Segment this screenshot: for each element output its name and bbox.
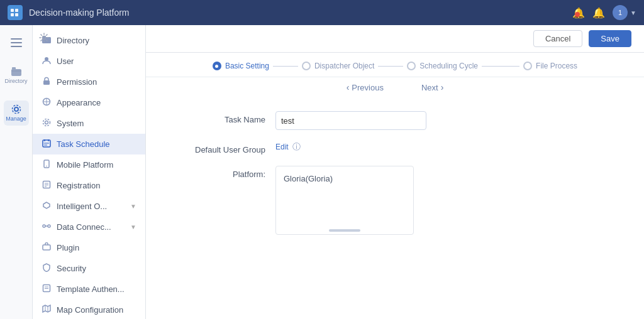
svg-point-17 <box>43 119 50 126</box>
step-label-file-process: File Process <box>536 62 577 70</box>
task-schedule-nav-icon <box>42 139 52 149</box>
sidebar-item-data-connec[interactable]: Data Connec... ▼ <box>33 217 145 237</box>
step-label-scheduling-cycle: Scheduling Cycle <box>419 62 478 70</box>
sidebar-item-system[interactable]: System <box>33 113 145 134</box>
svg-point-29 <box>43 225 45 227</box>
topbar-icons: 🔔 🔔 1 ▼ <box>572 5 636 20</box>
data-connec-nav-icon <box>42 222 52 232</box>
wizard-step-file-process[interactable]: File Process <box>523 62 577 70</box>
wizard-step-basic-setting[interactable]: Basic Setting <box>213 62 269 70</box>
mobile-platform-nav-icon <box>42 160 52 170</box>
next-button[interactable]: Next › <box>421 82 443 92</box>
platform-row: Platform: Gloria(Gloria) <box>165 166 625 235</box>
svg-rect-0 <box>11 9 14 12</box>
directory-label: Directory <box>4 78 27 84</box>
edit-link[interactable]: Edit <box>275 143 289 151</box>
sidebar-item-label-plugin: Plugin <box>57 243 79 252</box>
default-user-group-actions: Edit ⓘ <box>275 141 625 153</box>
bell-icon[interactable]: 🔔 <box>592 7 605 19</box>
sidebar-item-label-directory: Directory <box>57 36 89 45</box>
svg-point-10 <box>12 105 20 114</box>
svg-rect-2 <box>11 13 14 16</box>
user-dropdown-arrow: ▼ <box>630 9 636 16</box>
wizard-step-dispatcher-object[interactable]: Dispatcher Object <box>302 62 374 70</box>
wizard-steps: Basic Setting Dispatcher Object Scheduli… <box>146 53 644 77</box>
sidebar-item-label-user: User <box>57 57 74 66</box>
step-connector-1 <box>273 66 298 67</box>
task-name-input[interactable] <box>275 111 426 130</box>
step-dot-scheduling-cycle <box>407 62 416 70</box>
save-button[interactable]: Save <box>589 30 631 47</box>
action-bar: Cancel Save <box>146 25 644 53</box>
sidebar-item-security[interactable]: Security <box>33 258 145 279</box>
sidebar-item-label-data-connec: Data Connec... <box>57 222 111 232</box>
step-label-dispatcher-object: Dispatcher Object <box>314 62 374 70</box>
app-logo <box>8 5 23 20</box>
svg-point-24 <box>46 166 47 167</box>
platform-box: Gloria(Gloria) <box>275 166 414 235</box>
user-menu[interactable]: 1 ▼ <box>613 5 636 20</box>
sidebar-item-map-configuration[interactable]: Map Configuration <box>33 300 145 319</box>
manage-label: Manage <box>6 116 26 122</box>
sidebar-item-label-intelligent-o: Intelligent O... <box>57 202 107 211</box>
svg-rect-7 <box>11 69 21 76</box>
next-arrow-icon: › <box>441 82 444 92</box>
map-configuration-nav-icon <box>42 305 52 315</box>
sidebar-item-label-mobile-platform: Mobile Platform <box>57 160 113 170</box>
intelligent-o-expand-icon: ▼ <box>130 203 136 210</box>
step-connector-3 <box>482 66 519 67</box>
sidebar-item-label-template-authen: Template Authen... <box>57 284 125 294</box>
sidebar-icon-directory[interactable]: Directory <box>4 63 29 88</box>
settings-icon[interactable] <box>36 30 52 48</box>
default-user-group-control: Edit ⓘ <box>275 141 625 153</box>
topbar: Decision-making Platform 🔔 🔔 1 ▼ <box>0 0 644 25</box>
sidebar-item-registration[interactable]: Registration <box>33 175 145 196</box>
sidebar-item-label-task-schedule: Task Schedule <box>57 139 110 149</box>
user-nav-icon <box>42 56 52 67</box>
sidebar-item-appearance[interactable]: Appearance <box>33 92 145 113</box>
previous-button[interactable]: ‹ Previous <box>347 82 384 92</box>
svg-rect-8 <box>12 67 16 70</box>
sidebar-item-intelligent-o[interactable]: Intelligent O... ▼ <box>33 196 145 217</box>
task-name-label: Task Name <box>165 111 265 124</box>
sidebar-icon-menu[interactable] <box>4 30 29 55</box>
svg-rect-14 <box>43 80 50 85</box>
sidebar-item-label-registration: Registration <box>57 181 100 190</box>
svg-rect-32 <box>43 245 50 250</box>
sidebar-item-label-map-configuration: Map Configuration <box>57 305 123 315</box>
sidebar-item-label-permission: Permission <box>57 77 97 87</box>
sidebar-item-label-appearance: Appearance <box>57 98 101 107</box>
nav-sidebar: Directory User Permission <box>33 25 146 319</box>
svg-point-16 <box>45 121 48 124</box>
registration-nav-icon <box>42 180 52 191</box>
data-connec-expand-icon: ▼ <box>130 224 136 230</box>
task-name-field <box>275 111 625 130</box>
icon-sidebar: Directory Manage <box>0 25 33 319</box>
sidebar-item-mobile-platform[interactable]: Mobile Platform <box>33 154 145 175</box>
wizard-step-scheduling-cycle[interactable]: Scheduling Cycle <box>407 62 478 70</box>
previous-label: Previous <box>352 83 384 92</box>
avatar: 1 <box>613 5 628 20</box>
sidebar-item-permission[interactable]: Permission <box>33 72 145 92</box>
platform-scrollbar <box>329 229 360 232</box>
platform-control: Gloria(Gloria) <box>275 166 625 235</box>
cancel-button[interactable]: Cancel <box>533 30 582 47</box>
info-icon[interactable]: ⓘ <box>292 141 301 153</box>
notification-dot <box>575 12 580 17</box>
sidebar-item-task-schedule[interactable]: Task Schedule <box>33 134 145 154</box>
sidebar-item-user[interactable]: User <box>33 51 145 72</box>
sidebar-icon-manage[interactable]: Manage <box>4 100 29 126</box>
form-area: Task Name Default User Group Edit ⓘ Plat… <box>146 96 644 319</box>
wizard-nav: ‹ Previous Next › <box>146 77 644 96</box>
svg-point-9 <box>14 107 18 111</box>
app-title: Decision-making Platform <box>29 8 566 18</box>
sidebar-item-template-authen[interactable]: Template Authen... <box>33 279 145 300</box>
main-content: Cancel Save Basic Setting Dispatcher Obj… <box>146 25 644 319</box>
svg-point-39 <box>43 36 46 40</box>
intelligent-o-nav-icon <box>42 201 52 212</box>
permission-nav-icon <box>42 77 52 87</box>
svg-point-30 <box>48 225 50 227</box>
sidebar-item-plugin[interactable]: Plugin <box>33 237 145 258</box>
svg-point-13 <box>45 57 48 61</box>
svg-rect-4 <box>11 38 22 40</box>
